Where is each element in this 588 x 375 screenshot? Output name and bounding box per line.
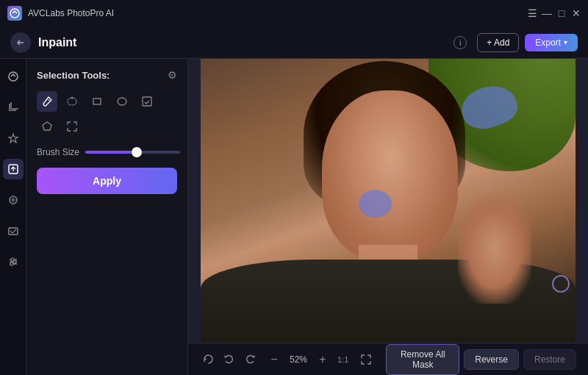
svg-point-12 <box>10 262 13 265</box>
sidebar-crop[interactable] <box>3 97 24 118</box>
tools-settings-icon[interactable]: ⚙ <box>168 69 177 81</box>
undo-button[interactable] <box>221 349 238 371</box>
zoom-level: 52% <box>285 354 312 365</box>
expand-tool[interactable] <box>62 116 82 137</box>
close-btn[interactable]: ✕ <box>572 9 581 18</box>
svg-point-13 <box>71 97 74 99</box>
refresh-button[interactable] <box>200 349 217 371</box>
add-button[interactable]: + Add <box>477 33 519 52</box>
tool-buttons-row <box>37 91 177 137</box>
sidebar-effects[interactable] <box>3 128 24 149</box>
mask-blob-cheek <box>359 190 392 218</box>
sidebar-inpaint[interactable] <box>3 159 24 179</box>
canvas-area: − 52% + 1:1 Remove All Mask Reverse Rest… <box>188 59 588 375</box>
titlebar: AVCLabs PhotoPro AI ☰ — □ ✕ <box>0 0 588 26</box>
svg-point-0 <box>10 9 19 18</box>
sidebar-bg[interactable] <box>3 221 24 241</box>
back-button[interactable] <box>10 32 31 53</box>
tools-panel: Selection Tools: ⚙ <box>26 59 188 375</box>
fit-screen-button[interactable] <box>355 349 377 371</box>
export-button[interactable]: Export ▾ <box>525 34 578 51</box>
info-button[interactable]: i <box>453 36 467 49</box>
window-controls: ☰ — □ ✕ <box>528 9 581 18</box>
icon-sidebar <box>0 59 26 375</box>
tools-header: Selection Tools: ⚙ <box>37 69 177 81</box>
rect-tool[interactable] <box>87 91 107 112</box>
canvas-image[interactable] <box>201 59 576 343</box>
brush-tool[interactable] <box>37 91 57 112</box>
svg-rect-14 <box>93 99 101 104</box>
svg-point-15 <box>118 98 126 105</box>
lasso-tool[interactable] <box>62 91 82 112</box>
apply-button[interactable]: Apply <box>37 168 177 194</box>
ellipse-tool[interactable] <box>112 91 132 112</box>
svg-point-11 <box>13 260 16 263</box>
maximize-btn[interactable]: □ <box>557 9 566 18</box>
page-title: Inpaint <box>38 36 453 49</box>
app-title: AVCLabs PhotoPro AI <box>28 8 528 18</box>
sidebar-retouch[interactable] <box>3 190 24 210</box>
app-logo <box>7 6 22 21</box>
zoom-in-button[interactable]: + <box>315 351 331 368</box>
sidebar-adjust[interactable] <box>3 251 24 272</box>
svg-point-3 <box>9 72 18 81</box>
bottom-toolbar: − 52% + 1:1 Remove All Mask Reverse Rest… <box>188 343 588 375</box>
brush-size-slider[interactable] <box>85 151 180 154</box>
header-actions: + Add Export ▾ <box>477 33 578 52</box>
tools-label: Selection Tools: <box>37 70 110 81</box>
brush-size-row: Brush Size <box>37 147 177 157</box>
remove-all-mask-button[interactable]: Remove All Mask <box>386 344 459 375</box>
hand-layer <box>458 193 531 304</box>
redo-button[interactable] <box>242 349 259 371</box>
svg-point-5 <box>10 196 17 204</box>
zoom-out-button[interactable]: − <box>266 351 282 368</box>
brush-size-label: Brush Size <box>37 147 79 157</box>
face-layer <box>322 90 458 260</box>
export-chevron-icon: ▾ <box>564 38 567 46</box>
header: Inpaint i + Add Export ▾ <box>0 26 588 59</box>
sidebar-home[interactable] <box>3 66 24 87</box>
main-layout: Selection Tools: ⚙ <box>0 59 588 375</box>
zoom-controls: − 52% + 1:1 <box>266 349 377 371</box>
ratio-button[interactable]: 1:1 <box>334 353 352 366</box>
image-select-tool[interactable] <box>137 91 157 112</box>
reverse-button[interactable]: Reverse <box>464 349 519 370</box>
menu-btn[interactable]: ☰ <box>528 9 537 18</box>
svg-rect-16 <box>143 97 151 106</box>
restore-button[interactable]: Restore <box>523 349 576 370</box>
brush-cursor <box>552 275 570 293</box>
poly-tool[interactable] <box>37 116 57 137</box>
canvas-viewport[interactable] <box>188 59 588 343</box>
minimize-btn[interactable]: — <box>542 9 551 18</box>
